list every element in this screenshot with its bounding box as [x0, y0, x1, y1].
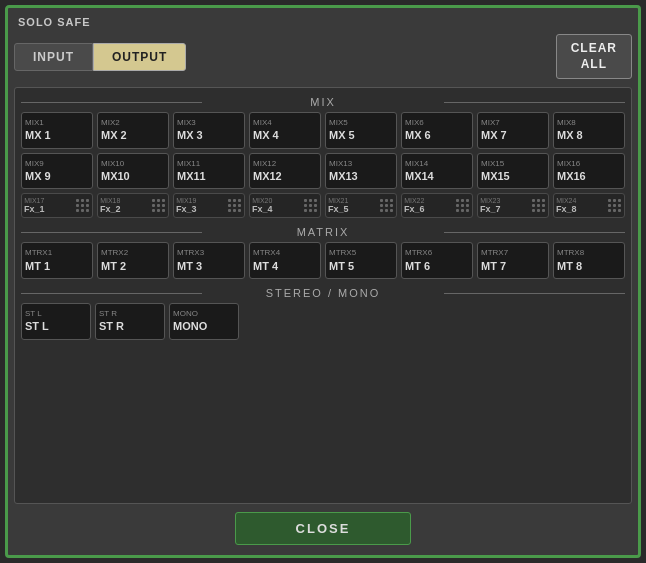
mix-row-1: MIX1MX 1 MIX2MX 2 MIX3MX 3 MIX4MX 4 MIX5…: [21, 112, 625, 149]
mix-row-2: MIX9MX 9 MIX10MX10 MIX11MX11 MIX12MX12 M…: [21, 153, 625, 190]
mix-ch-mix12[interactable]: MIX12MX12: [249, 153, 321, 190]
fx-ch-7[interactable]: MIX23Fx_7: [477, 193, 549, 218]
mix-ch-mix2[interactable]: MIX2MX 2: [97, 112, 169, 149]
solo-safe-dialog: SOLO SAFE INPUT OUTPUT CLEARALL MIX MIX1…: [5, 5, 641, 558]
fx-ch-3[interactable]: MIX19Fx_3: [173, 193, 245, 218]
bottom-bar: CLOSE: [14, 504, 632, 549]
tab-output[interactable]: OUTPUT: [93, 43, 186, 71]
mix-ch-mix1[interactable]: MIX1MX 1: [21, 112, 93, 149]
fx-ch-1[interactable]: MIX17Fx_1: [21, 193, 93, 218]
mix-ch-mix11[interactable]: MIX11MX11: [173, 153, 245, 190]
top-row: INPUT OUTPUT CLEARALL: [14, 34, 632, 79]
mix-label: MIX: [21, 96, 625, 108]
fx-ch-8[interactable]: MIX24Fx_8: [553, 193, 625, 218]
tab-input[interactable]: INPUT: [14, 43, 93, 71]
mix-ch-mix8[interactable]: MIX8MX 8: [553, 112, 625, 149]
tab-group: INPUT OUTPUT: [14, 43, 186, 71]
matrix-row-1: MTRX1MT 1 MTRX2MT 2 MTRX3MT 3 MTRX4MT 4 …: [21, 242, 625, 279]
matrix-ch-2[interactable]: MTRX2MT 2: [97, 242, 169, 279]
dialog-title: SOLO SAFE: [14, 14, 632, 34]
fx-ch-6[interactable]: MIX22Fx_6: [401, 193, 473, 218]
mix-ch-mix13[interactable]: MIX13MX13: [325, 153, 397, 190]
mix-ch-mix15[interactable]: MIX15MX15: [477, 153, 549, 190]
matrix-ch-3[interactable]: MTRX3MT 3: [173, 242, 245, 279]
mix-ch-mix9[interactable]: MIX9MX 9: [21, 153, 93, 190]
mix-ch-mix4[interactable]: MIX4MX 4: [249, 112, 321, 149]
stereo-l-button[interactable]: ST LST L: [21, 303, 91, 340]
matrix-label: MATRIX: [21, 226, 625, 238]
matrix-ch-7[interactable]: MTRX7MT 7: [477, 242, 549, 279]
mix-ch-mix14[interactable]: MIX14MX14: [401, 153, 473, 190]
mix-ch-mix5[interactable]: MIX5MX 5: [325, 112, 397, 149]
main-content: MIX MIX1MX 1 MIX2MX 2 MIX3MX 3 MIX4MX 4 …: [14, 87, 632, 504]
stereo-mono-label: STEREO / MONO: [21, 287, 625, 299]
mono-button[interactable]: MONOMONO: [169, 303, 239, 340]
close-button[interactable]: CLOSE: [235, 512, 412, 545]
mix-fx-row: MIX17Fx_1 MIX18Fx_2 MIX19Fx_3 MIX20Fx_4 …: [21, 193, 625, 218]
stereo-mono-section: STEREO / MONO ST LST L ST RST R MONOMONO: [21, 285, 625, 340]
mix-ch-mix6[interactable]: MIX6MX 6: [401, 112, 473, 149]
matrix-section: MATRIX MTRX1MT 1 MTRX2MT 2 MTRX3MT 3 MTR…: [21, 224, 625, 279]
mix-ch-mix7[interactable]: MIX7MX 7: [477, 112, 549, 149]
matrix-ch-5[interactable]: MTRX5MT 5: [325, 242, 397, 279]
stereo-r-button[interactable]: ST RST R: [95, 303, 165, 340]
matrix-ch-1[interactable]: MTRX1MT 1: [21, 242, 93, 279]
mix-ch-mix10[interactable]: MIX10MX10: [97, 153, 169, 190]
fx-ch-5[interactable]: MIX21Fx_5: [325, 193, 397, 218]
spacer: [21, 346, 625, 498]
stereo-mono-row: ST LST L ST RST R MONOMONO: [21, 303, 625, 340]
matrix-ch-8[interactable]: MTRX8MT 8: [553, 242, 625, 279]
fx-ch-2[interactable]: MIX18Fx_2: [97, 193, 169, 218]
matrix-ch-4[interactable]: MTRX4MT 4: [249, 242, 321, 279]
fx-ch-4[interactable]: MIX20Fx_4: [249, 193, 321, 218]
clear-all-button[interactable]: CLEARALL: [556, 34, 632, 79]
mix-ch-mix3[interactable]: MIX3MX 3: [173, 112, 245, 149]
mix-ch-mix16[interactable]: MIX16MX16: [553, 153, 625, 190]
mix-section: MIX MIX1MX 1 MIX2MX 2 MIX3MX 3 MIX4MX 4 …: [21, 94, 625, 218]
matrix-ch-6[interactable]: MTRX6MT 6: [401, 242, 473, 279]
